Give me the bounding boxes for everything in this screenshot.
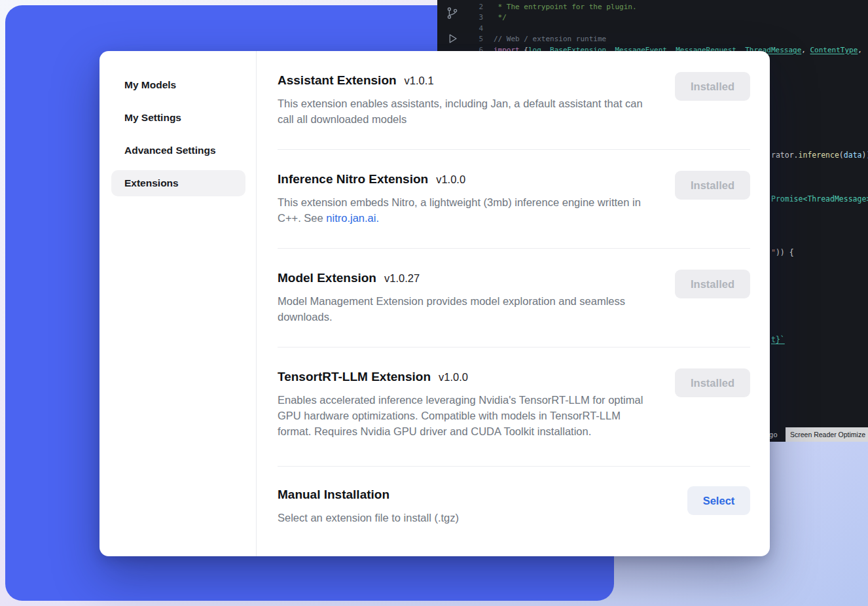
code-fragment: t}` — [771, 335, 785, 344]
code-fragment: Promise<ThreadMessage> — [771, 194, 868, 204]
code-fragment: ")) { — [771, 248, 794, 257]
extension-version: v1.0.0 — [439, 368, 468, 385]
extension-row-model: Model Extension v1.0.27 Model Management… — [278, 249, 750, 348]
description-text: This extension enables assistants, inclu… — [278, 98, 643, 125]
extension-name: Model Extension — [278, 270, 376, 287]
extension-description: Enables accelerated inference leveraging… — [278, 392, 656, 439]
installed-button[interactable]: Installed — [675, 171, 750, 200]
extensions-panel: Assistant Extension v1.0.1 This extensio… — [257, 51, 770, 556]
installed-button[interactable]: Installed — [675, 72, 750, 101]
sidebar-item-my-models[interactable]: My Models — [111, 72, 245, 98]
manual-installation-title: Manual Installation — [278, 486, 459, 503]
sidebar-item-label: My Settings — [124, 112, 181, 124]
extension-row-nitro: Inference Nitro Extension v1.0.0 This ex… — [278, 150, 750, 249]
installed-button[interactable]: Installed — [675, 270, 750, 298]
extension-row-assistant: Assistant Extension v1.0.1 This extensio… — [278, 51, 750, 150]
code-fragment: rator.inference(data)); — [771, 151, 868, 160]
nitro-jan-ai-link[interactable]: nitro.jan.ai. — [326, 212, 379, 224]
installed-button[interactable]: Installed — [675, 368, 750, 397]
extension-info: Assistant Extension v1.0.1 This extensio… — [278, 72, 656, 127]
sidebar-item-extensions[interactable]: Extensions — [111, 170, 245, 196]
extension-info: Manual Installation Select an extension … — [278, 486, 459, 526]
sidebar-item-label: My Models — [124, 79, 176, 91]
description-text: Enables accelerated inference leveraging… — [278, 394, 643, 437]
extension-version: v1.0.0 — [436, 171, 465, 188]
sidebar-item-label: Extensions — [124, 177, 179, 189]
screen-reader-status-item: Screen Reader Optimize — [786, 427, 868, 442]
extension-name: TensortRT-LLM Extension — [278, 368, 431, 385]
manual-installation-row: Manual Installation Select an extension … — [278, 467, 750, 526]
extension-description: Model Management Extension provides mode… — [278, 293, 656, 325]
manual-installation-description: Select an extension file to install (.tg… — [278, 510, 459, 526]
sidebar-item-advanced-settings[interactable]: Advanced Settings — [111, 137, 245, 164]
sidebar-item-my-settings[interactable]: My Settings — [111, 105, 245, 131]
description-text: Model Management Extension provides mode… — [278, 295, 625, 323]
settings-card: My Models My Settings Advanced Settings … — [99, 51, 770, 556]
extension-row-tensorrt: TensortRT-LLM Extension v1.0.0 Enables a… — [278, 348, 750, 467]
extension-version: v1.0.1 — [405, 72, 434, 89]
extension-name: Inference Nitro Extension — [278, 171, 428, 188]
extension-description: This extension enables assistants, inclu… — [278, 96, 656, 127]
extension-version: v1.0.27 — [384, 270, 420, 287]
sidebar-item-label: Advanced Settings — [124, 145, 216, 156]
status-language: go — [769, 431, 778, 439]
settings-sidebar: My Models My Settings Advanced Settings … — [99, 51, 257, 556]
extension-info: Model Extension v1.0.27 Model Management… — [278, 270, 656, 325]
extension-description: This extension embeds Nitro, a lightweig… — [278, 194, 656, 226]
page: { "colors": { "brand_blue": "#4b64f1", "… — [0, 0, 868, 606]
select-button[interactable]: Select — [687, 486, 750, 515]
extension-info: TensortRT-LLM Extension v1.0.0 Enables a… — [278, 368, 656, 439]
extension-info: Inference Nitro Extension v1.0.0 This ex… — [278, 171, 656, 226]
extension-name: Assistant Extension — [278, 72, 397, 89]
